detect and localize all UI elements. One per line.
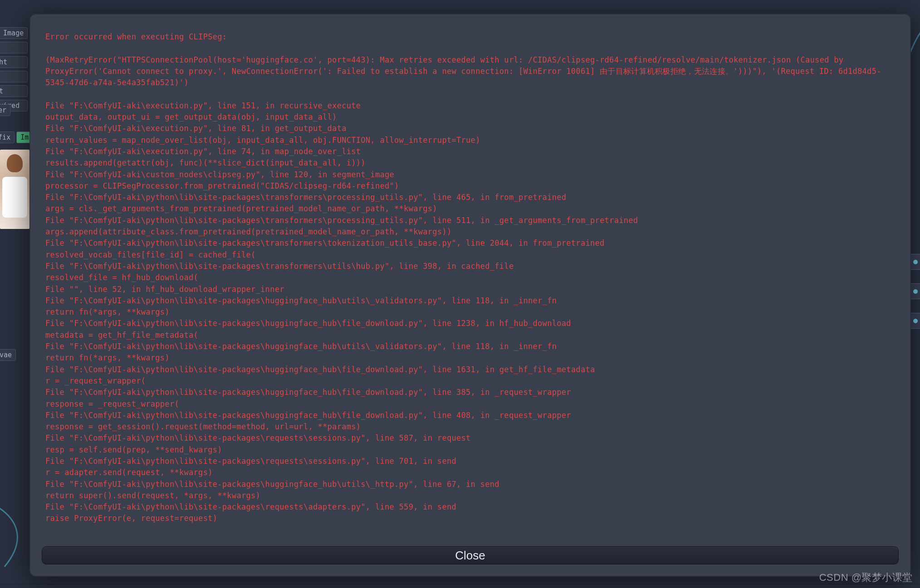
node-pill[interactable]: ght (0, 56, 28, 68)
close-button[interactable]: Close (42, 546, 899, 564)
dot-icon (913, 319, 918, 323)
dot-icon (913, 289, 918, 294)
dot-icon (913, 260, 918, 264)
node-vae[interactable]: vae (0, 349, 16, 361)
error-modal: Error occurred when executing CLIPSeg: (… (29, 14, 911, 577)
node-pill[interactable]: h (0, 71, 28, 83)
error-traceback: Error occurred when executing CLIPSeg: (… (42, 26, 899, 541)
node-pill[interactable]: ht (0, 85, 28, 97)
node-prefix[interactable]: prefix (0, 131, 15, 143)
node-pill[interactable]: h (0, 42, 28, 53)
preview-thumbnail[interactable] (0, 150, 29, 229)
watermark: CSDN @聚梦小课堂 (819, 571, 913, 584)
node-render[interactable]: ender (0, 104, 10, 116)
node-header-image[interactable]: n Image (0, 27, 28, 39)
